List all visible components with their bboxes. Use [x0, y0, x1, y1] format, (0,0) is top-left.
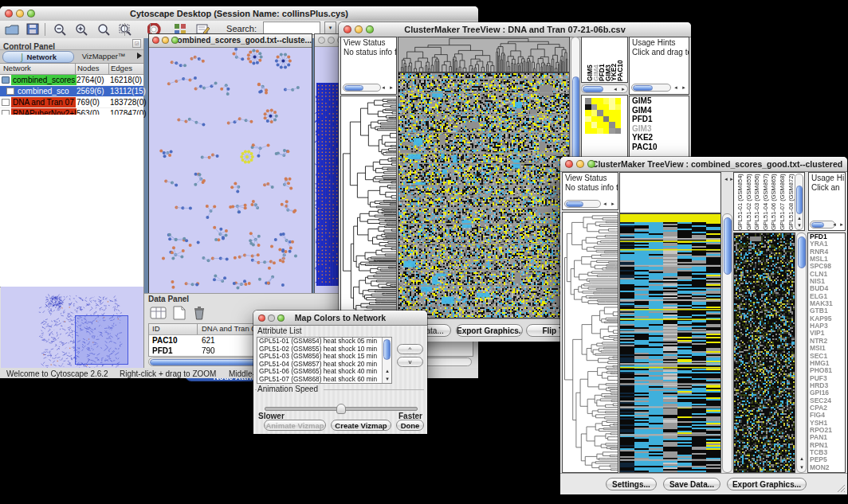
move-up-button[interactable]: ^: [397, 344, 423, 354]
tv2-labels-vscrollbar[interactable]: ▴ ▾: [795, 174, 803, 230]
scroll-down-icon[interactable]: ▾: [795, 221, 803, 229]
tv2-status-hscrollbar[interactable]: [564, 200, 601, 208]
delete-attribute-icon[interactable]: [191, 305, 207, 321]
minimize-icon[interactable]: [328, 37, 335, 44]
matrix-cell[interactable]: [603, 128, 610, 135]
tv1-heatmap[interactable]: [398, 72, 570, 318]
matrix-cell[interactable]: [591, 122, 598, 128]
matrix-cell[interactable]: [597, 98, 603, 104]
matrix-cell[interactable]: [597, 116, 603, 123]
slider-thumb[interactable]: [336, 404, 346, 414]
gene-label[interactable]: YKE2: [630, 133, 689, 143]
export-graphics-button[interactable]: Export Graphics...: [727, 478, 807, 490]
close-icon[interactable]: [258, 315, 265, 322]
network-canvas[interactable]: [149, 48, 312, 293]
minimize-icon[interactable]: [268, 315, 275, 322]
scroll-down-icon[interactable]: ▾: [798, 463, 806, 471]
matrix-cell[interactable]: [597, 104, 603, 111]
matrix-cell[interactable]: [615, 110, 622, 116]
animation-speed-slider[interactable]: [265, 407, 418, 411]
zoom-icon[interactable]: [171, 37, 179, 44]
scroll-down-icon[interactable]: ▾: [383, 375, 391, 383]
attribute-select-icon[interactable]: [150, 305, 167, 321]
matrix-cell[interactable]: [615, 104, 622, 111]
minimize-icon[interactable]: [576, 160, 584, 168]
gene-label[interactable]: GIM5: [630, 96, 689, 106]
matrix-cell[interactable]: [615, 122, 622, 128]
overview-viewport-rect[interactable]: [75, 315, 128, 365]
zoom-icon[interactable]: [366, 25, 374, 33]
animate-vizmap-button[interactable]: Animate Vizmap: [264, 420, 326, 431]
heatmap-column-label[interactable]: PAC10: [616, 60, 624, 81]
matrix-cell[interactable]: [585, 128, 591, 135]
minimize-icon[interactable]: [355, 25, 363, 33]
dialog-titlebar[interactable]: Map Colors to Network: [253, 311, 427, 326]
matrix-cell[interactable]: [591, 128, 598, 135]
matrix-cell[interactable]: [591, 116, 598, 123]
scroll-left-icon[interactable]: ◂: [601, 200, 609, 208]
gene-label[interactable]: GIM4: [630, 106, 689, 115]
scroll-right-icon[interactable]: ▸: [680, 84, 688, 92]
similarity-matrix[interactable]: [585, 98, 621, 134]
close-icon[interactable]: [318, 37, 325, 44]
zoom-icon[interactable]: [27, 10, 35, 18]
matrix-cell[interactable]: [597, 122, 603, 128]
matrix-cell[interactable]: [603, 104, 610, 111]
heatmap-column-label[interactable]: GPL51-08 (GSM872): [787, 174, 795, 230]
close-icon[interactable]: [152, 37, 159, 44]
treeview1-titlebar[interactable]: ClusterMaker TreeView : DNA and Tran 07-…: [339, 22, 691, 37]
zoom-icon[interactable]: [587, 160, 595, 168]
attribute-list-item[interactable]: GPL51-02 (GSM855) heat shock 10 min: [257, 346, 382, 354]
done-button[interactable]: Done: [396, 420, 424, 431]
close-icon[interactable]: [5, 10, 13, 18]
attribute-list-item[interactable]: GPL51-04 (GSM857) heat shock 20 min: [257, 361, 382, 369]
matrix-cell[interactable]: [609, 122, 615, 128]
tv2-vscrollbar[interactable]: [722, 213, 732, 473]
gene-label[interactable]: MON2: [808, 464, 845, 471]
main-titlebar[interactable]: Cytoscape Desktop (Session Name: collins…: [0, 6, 478, 21]
treeview2-titlebar[interactable]: ClusterMaker TreeView : combined_scores_…: [560, 157, 847, 172]
matrix-cell[interactable]: [591, 98, 598, 104]
resize-grip-icon[interactable]: [835, 483, 846, 493]
create-vizmap-button[interactable]: Create Vizmap: [331, 420, 391, 431]
export-graphics-button[interactable]: Export Graphics...: [456, 324, 523, 337]
tv2-selected-heatmap[interactable]: [733, 232, 795, 473]
tv1-labels-hscrollbar[interactable]: ◂ ▸: [581, 84, 628, 93]
zoom-out-icon[interactable]: [53, 23, 69, 36]
network-overview[interactable]: [1, 287, 143, 370]
new-attribute-icon[interactable]: [171, 305, 188, 321]
network-table-row[interactable]: combined_scores2764(0)16218(0): [0, 75, 143, 86]
close-icon[interactable]: [565, 160, 573, 168]
scroll-right-icon[interactable]: ▸: [619, 85, 627, 93]
zoom-icon[interactable]: [277, 315, 285, 322]
tv1-row-dendrogram[interactable]: [340, 96, 397, 318]
matrix-cell[interactable]: [615, 128, 622, 135]
zoom-in-icon[interactable]: [75, 23, 90, 36]
tv2-gene-vscrollbar[interactable]: ▴ ▾: [796, 232, 807, 473]
matrix-cell[interactable]: [615, 116, 622, 123]
matrix-cell[interactable]: [609, 110, 615, 116]
tab-vizmapper[interactable]: VizMapper™: [76, 51, 132, 61]
tv1-hints-hscrollbar[interactable]: [631, 84, 671, 92]
heatmap-column-label[interactable]: GPL51-07 (GSM868): [779, 174, 786, 230]
matrix-cell[interactable]: [597, 128, 603, 135]
matrix-cell[interactable]: [603, 116, 610, 123]
scroll-up-icon[interactable]: ▴: [383, 367, 391, 375]
minimize-icon[interactable]: [162, 37, 169, 44]
matrix-cell[interactable]: [597, 110, 603, 116]
scroll-left-icon[interactable]: ◂: [611, 85, 619, 93]
matrix-cell[interactable]: [603, 98, 610, 104]
matrix-cell[interactable]: [609, 98, 615, 104]
tv2-heatmap[interactable]: [619, 213, 721, 473]
matrix-cell[interactable]: [585, 122, 591, 128]
gene-label[interactable]: PFD1: [630, 115, 689, 124]
attribute-list-vscrollbar[interactable]: ▴ ▾: [382, 338, 391, 383]
matrix-cell[interactable]: [603, 122, 610, 128]
tab-network[interactable]: ⌡ Network: [2, 51, 74, 63]
network-table-row[interactable]: combined_sco2569(6)13112(15): [0, 86, 143, 97]
minimize-icon[interactable]: [16, 10, 24, 18]
scroll-right-icon[interactable]: ▸: [838, 221, 846, 229]
matrix-cell[interactable]: [591, 104, 598, 111]
move-down-button[interactable]: v: [397, 357, 423, 367]
matrix-cell[interactable]: [615, 98, 622, 104]
